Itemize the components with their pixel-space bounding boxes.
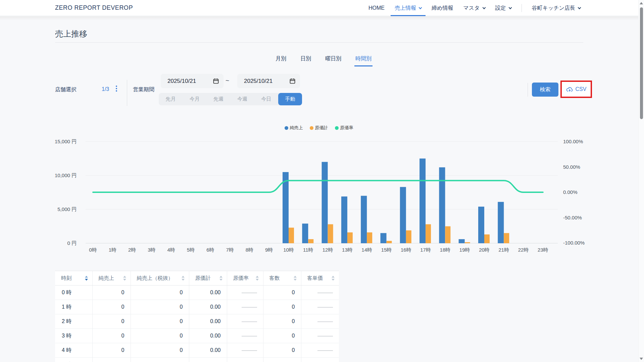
x-axis-label: 12時 <box>323 247 333 253</box>
column-header-label: 純売上（税抜） <box>137 275 174 282</box>
nav-item-3[interactable]: 締め情報 <box>432 0 453 16</box>
right-axis-label: 50.00% <box>563 164 580 170</box>
nav-item-4[interactable]: マスタ <box>463 0 485 16</box>
quick-range-2[interactable]: 今月 <box>183 93 206 105</box>
quick-range-3[interactable]: 先週 <box>206 93 230 105</box>
business-period-label: 営業期間 <box>133 86 154 93</box>
annotation-highlight-box: CSV <box>560 81 592 98</box>
sort-icon[interactable] <box>182 276 185 281</box>
table-cell: 0 <box>263 286 301 300</box>
table-cell: 5 時 <box>55 358 92 362</box>
tab-1[interactable]: 月別 <box>275 55 287 66</box>
scrollbar-down-arrow-icon[interactable] <box>640 358 643 360</box>
column-header-label: 原価率 <box>233 275 249 282</box>
quick-range-5[interactable]: 今日 <box>254 93 278 105</box>
user-menu[interactable]: 谷町キッチン店長 <box>532 0 581 16</box>
empty-value-dash <box>242 336 257 337</box>
nav-item-2[interactable]: 売上情報 <box>395 0 422 16</box>
kebab-menu-icon[interactable] <box>116 86 117 92</box>
x-axis-label: 4時 <box>167 247 175 253</box>
chart-bar-原価計-14 <box>367 232 372 243</box>
chart-bar-純売上-19 <box>459 239 465 243</box>
empty-value-dash <box>317 307 333 308</box>
empty-value-dash <box>317 321 333 322</box>
quick-range-group: 先月今月先週今週今日手動 <box>159 93 302 105</box>
legend-label: 原価率 <box>340 125 353 131</box>
chart-bar-純売上-18 <box>439 167 445 243</box>
column-header-4[interactable]: 原価計 <box>189 271 227 286</box>
legend-item: 原価率 <box>335 125 353 131</box>
table-cell: 0.00 <box>189 329 227 343</box>
csv-download-button[interactable]: CSV <box>566 86 587 92</box>
column-header-1[interactable]: 時刻 <box>55 271 92 286</box>
legend-item: 原価計 <box>310 125 328 131</box>
chart-bar-純売上-13 <box>341 197 347 243</box>
table-row: 0 時000.000 <box>55 286 339 300</box>
x-axis-label: 11時 <box>303 247 313 253</box>
tab-4[interactable]: 時間別 <box>354 55 373 66</box>
column-header-7[interactable]: 客単価 <box>301 271 339 286</box>
x-axis-label: 17時 <box>420 247 431 253</box>
sort-icon[interactable] <box>332 276 335 281</box>
app-logo: ZERO REPORT DEVEROP <box>55 4 133 11</box>
table-cell: 0.00 <box>189 314 227 329</box>
column-header-5[interactable]: 原価率 <box>227 271 263 286</box>
x-axis-label: 9時 <box>265 247 273 253</box>
column-header-6[interactable]: 客数 <box>263 271 301 286</box>
sort-icon[interactable] <box>85 276 88 281</box>
scrollbar-thumb[interactable] <box>640 7 643 119</box>
column-header-label: 客単価 <box>307 275 323 282</box>
right-axis-label: -50.00% <box>563 215 582 220</box>
x-axis-label: 6時 <box>206 247 214 253</box>
chart-bar-原価計-19 <box>465 242 470 243</box>
chart-bar-原価計-18 <box>445 226 450 244</box>
sales-chart: 15,000 円10,000 円5,000 円0 円100.00%50.00%0… <box>50 119 587 257</box>
table-cell: 0 <box>263 300 301 314</box>
date-to-value: 2025/10/21 <box>244 78 273 85</box>
empty-value-dash <box>242 321 257 322</box>
table-header-row: 時刻純売上純売上（税抜）原価計原価率客数客単価 <box>55 271 339 286</box>
column-header-label: 時刻 <box>61 275 71 282</box>
page-scrollbar[interactable] <box>638 0 644 362</box>
x-axis-label: 10時 <box>283 247 294 253</box>
date-from-input[interactable]: 2025/10/21 <box>161 74 224 88</box>
x-axis-label: 22時 <box>518 247 529 253</box>
chevron-down-icon <box>508 6 512 9</box>
search-button[interactable]: 検索 <box>532 83 558 97</box>
chart-bar-原価計-17 <box>426 224 431 243</box>
table-cell <box>301 358 339 362</box>
chart-bar-原価計-21 <box>504 233 509 243</box>
table-cell: 0.00 <box>189 343 227 358</box>
column-header-2[interactable]: 純売上 <box>92 271 131 286</box>
column-header-label: 原価計 <box>195 275 211 282</box>
table-cell: 0 <box>92 358 131 362</box>
quick-range-4[interactable]: 今週 <box>231 93 254 105</box>
content-top-shade <box>0 16 638 20</box>
quick-range-1[interactable]: 先月 <box>159 93 183 105</box>
table-cell <box>227 358 263 362</box>
sort-icon[interactable] <box>219 276 222 281</box>
table-cell: 4 時 <box>55 343 92 358</box>
nav-item-1[interactable]: HOME <box>368 0 385 16</box>
nav-item-5[interactable]: 設定 <box>495 0 511 16</box>
quick-range-6[interactable]: 手動 <box>278 93 302 105</box>
scrollbar-up-arrow-icon[interactable] <box>640 2 643 4</box>
x-axis-label: 23時 <box>538 247 548 253</box>
tab-2[interactable]: 日別 <box>299 55 312 66</box>
chart-bar-原価計-11 <box>308 239 313 243</box>
table-cell <box>227 343 263 358</box>
x-axis-label: 1時 <box>109 247 116 253</box>
x-axis-label: 5時 <box>187 247 195 253</box>
sort-icon[interactable] <box>294 276 297 281</box>
sort-icon[interactable] <box>123 276 126 281</box>
actions-divider <box>528 83 528 97</box>
table-cell <box>227 314 263 329</box>
table-row: 1 時000.000 <box>55 300 339 314</box>
right-axis-label: -100.00% <box>563 240 585 246</box>
table-cell: 0 <box>92 314 131 329</box>
tab-3[interactable]: 曜日別 <box>324 55 342 66</box>
date-to-input[interactable]: 2025/10/21 <box>237 74 300 88</box>
sort-icon[interactable] <box>256 276 259 281</box>
chevron-down-icon <box>482 6 486 9</box>
column-header-3[interactable]: 純売上（税抜） <box>131 271 189 286</box>
